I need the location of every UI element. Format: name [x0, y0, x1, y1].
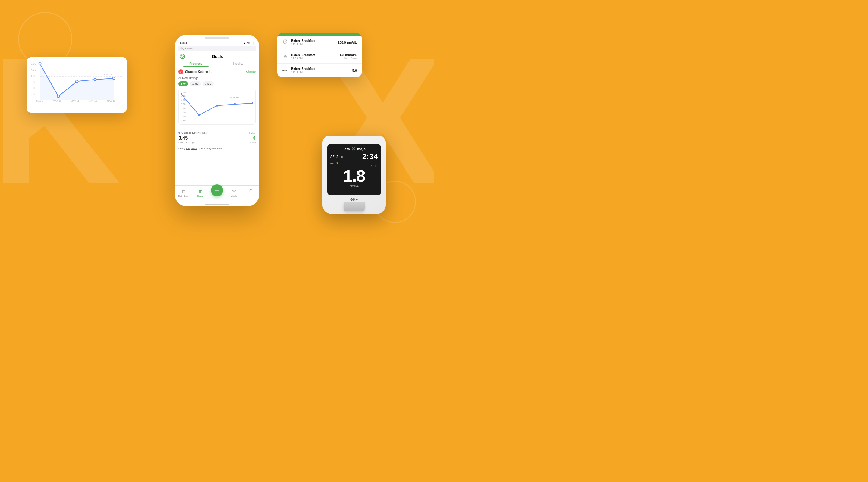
goals-icon: ▦: [197, 188, 203, 194]
meter-md-label: m/d: [330, 162, 334, 164]
phone-search-bar[interactable]: 🔍 Search: [178, 46, 256, 51]
insight-text: During this period, your average Glucose: [175, 147, 259, 152]
chart-card-svg: 5.00 4.50 4.00 3.50 3.00 2.50 Goal: be..…: [31, 61, 123, 103]
meals-label: Meals: [230, 195, 237, 197]
signal-icon: ▲: [243, 41, 245, 44]
search-icon: 🔍: [180, 47, 184, 50]
svg-text:4.00: 4.00: [31, 74, 36, 77]
meter-big-value: 1.8: [330, 167, 378, 184]
reading-item-glucose: Before Breakfast 11:09 AM 108.0 mg/dL: [277, 36, 362, 50]
gki-label: GKI: [282, 69, 288, 72]
nav-meals[interactable]: 🍽 Meals: [225, 188, 242, 197]
reading-info-glucose: Before Breakfast 11:09 AM: [291, 39, 315, 45]
svg-text:MAY 11: MAY 11: [71, 99, 80, 102]
svg-text:4.50: 4.50: [31, 68, 36, 71]
svg-point-3: [216, 104, 218, 107]
stat-period: Period Average: [179, 141, 195, 144]
insight-link[interactable]: this period: [186, 147, 197, 150]
reading-item-gki: GKI Before Breakfast 11:09 AM 5.0: [277, 64, 362, 77]
stat-value: 3.45: [179, 135, 195, 141]
reading-val-gki: 5.0: [352, 69, 357, 72]
main-scene: 11:11 ▲ WiFi ▌ 🔍 Search Goals ⋮ Progress…: [82, 15, 352, 226]
stat-main: 3.45 Period Average: [179, 135, 195, 144]
svg-text:3.50: 3.50: [181, 103, 186, 105]
period-1w[interactable]: 1 W: [179, 81, 188, 86]
period-3mo[interactable]: 3 Mo: [203, 81, 214, 86]
svg-text:MAY 9: MAY 9: [36, 99, 43, 102]
meter-time: 2:34: [362, 153, 378, 161]
reading-val-ketone: 1.2 mmol/L: [340, 53, 357, 57]
goal-change-btn[interactable]: Change: [246, 70, 255, 73]
stats-section: Glucose Ketone Index below 3.45 Period A…: [175, 130, 259, 147]
nav-goals[interactable]: ▦ Goals: [192, 188, 209, 197]
svg-point-36: [76, 80, 78, 83]
ketone-icon: [282, 54, 288, 59]
reading-value-glucose: 108.0 mg/dL: [338, 41, 357, 44]
stat-goal-num: 4: [250, 135, 255, 141]
svg-text:MAY 10: MAY 10: [53, 99, 61, 102]
phone-status-bar: 11:11 ▲ WiFi ▌: [175, 41, 259, 44]
brand-mojo: mojo: [357, 147, 366, 151]
svg-text:4.50: 4.50: [181, 95, 186, 98]
meter-screen: keto mojo 8/12 PM 2:34 m/d ⚡: [327, 144, 381, 195]
meter-bt-icon: ⚡: [336, 161, 339, 164]
goal-row: 🎯 Glucose Ketone I... Change: [179, 69, 255, 74]
meter-md-row: m/d ⚡: [330, 161, 378, 164]
connect-icon: C: [248, 188, 254, 194]
phone-notch-area: [175, 35, 259, 41]
stat-label-group: Glucose Ketone Index: [179, 131, 208, 134]
nav-plus[interactable]: +: [209, 188, 225, 196]
svg-text:Goal: be...: Goal: be...: [230, 96, 241, 99]
meter-date: 8/12: [330, 155, 338, 159]
reading-name-glucose: Before Breakfast: [291, 39, 315, 42]
meal-timings-label: All Meal Timings: [179, 76, 255, 79]
phone-notch: [205, 37, 229, 39]
svg-point-37: [94, 78, 96, 81]
svg-text:3.50: 3.50: [31, 81, 36, 84]
svg-point-2: [198, 114, 200, 116]
meter-pm: PM: [341, 156, 345, 159]
svg-text:5.00: 5.00: [31, 62, 36, 65]
meter-body: keto mojo 8/12 PM 2:34 m/d ⚡: [322, 135, 386, 214]
stat-value-row: 3.45 Period Average 4 Goal: [179, 135, 255, 144]
app-logo: [180, 54, 185, 59]
tab-progress[interactable]: Progress: [175, 60, 217, 67]
meals-icon: 🍽: [231, 188, 237, 194]
goal-title: Glucose Ketone I...: [185, 70, 246, 73]
meter-bottom: GK+: [322, 196, 386, 214]
reading-value-ketone: 1.2 mmol/L Keto-Mojo: [340, 53, 357, 60]
svg-text:5.00: 5.00: [181, 91, 186, 94]
nav-daily-log[interactable]: ▦ Daily Log: [175, 188, 192, 197]
tab-insights[interactable]: Insights: [217, 60, 259, 67]
reading-time-ketone: 11:09 AM: [291, 57, 315, 60]
svg-point-35: [57, 95, 60, 98]
svg-point-34: [39, 63, 41, 65]
wifi-icon: WiFi: [247, 41, 251, 44]
meter-unit: mmol/L: [330, 184, 378, 187]
keto-mojo-meter: keto mojo 8/12 PM 2:34 m/d ⚡: [319, 135, 389, 220]
reading-left-glucose: Before Breakfast 11:09 AM: [282, 39, 315, 45]
nav-connect[interactable]: C: [242, 188, 259, 195]
svg-text:Goal: be...: Goal: be...: [103, 73, 115, 76]
reading-value-gki: 5.0: [352, 69, 357, 72]
more-icon[interactable]: ⋮: [250, 54, 254, 59]
battery-icon: ▌: [253, 41, 254, 44]
svg-point-5: [252, 102, 253, 104]
svg-text:2.50: 2.50: [181, 111, 186, 114]
period-1mo[interactable]: 1 Mo: [190, 81, 201, 86]
reading-info-ketone: Before Breakfast 11:09 AM: [291, 53, 315, 60]
plus-button[interactable]: +: [211, 184, 223, 196]
svg-text:2.50: 2.50: [31, 93, 36, 96]
status-icons: ▲ WiFi ▌: [243, 41, 254, 44]
goal-icon: 🎯: [179, 69, 183, 74]
meter-strip-port: [344, 202, 365, 212]
goals-label: Goals: [197, 195, 204, 197]
stat-name: Glucose Ketone Index: [181, 131, 208, 134]
phone-header: Goals ⋮: [175, 53, 259, 60]
reading-card: Before Breakfast 11:09 AM 108.0 mg/dL Be…: [277, 33, 362, 77]
daily-log-icon: ▦: [180, 188, 186, 194]
svg-text:MAY 11: MAY 11: [89, 99, 97, 102]
svg-point-38: [113, 77, 115, 79]
reading-card-header: [277, 33, 362, 36]
reading-item-ketone: Before Breakfast 11:09 AM 1.2 mmol/L Ket…: [277, 50, 362, 64]
